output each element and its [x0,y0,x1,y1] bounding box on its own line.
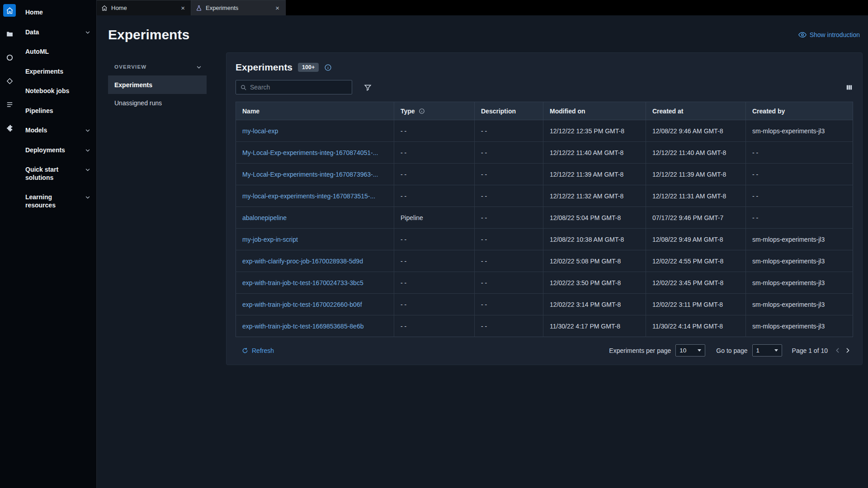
sidebar-item-quick-start-solutions[interactable]: Quick start solutions [24,160,92,188]
experiment-name-link[interactable]: my-local-exp-experiments-integ-167087351… [242,192,375,200]
page-title: Experiments [108,27,189,42]
tab-home[interactable]: Home × [97,0,191,15]
cell-modified-on: 12/12/22 12:35 PM GMT-8 [543,120,646,142]
sidebar-item-label: Data [25,28,39,37]
cell-name: my-local-exp [236,120,394,142]
cell-created-at: 11/30/22 4:14 PM GMT-8 [646,315,746,337]
git-rail-button[interactable] [3,75,16,87]
previous-page-button[interactable] [832,345,843,356]
experiment-name-link[interactable]: exp-with-train-job-tc-test-1669853685-8e… [242,323,363,330]
cell-created-by: - - [746,207,853,229]
puzzle-icon [6,124,14,132]
chevron-down-icon [85,194,91,201]
sidebar-item-label: Pipelines [25,107,53,115]
cell-created-at: 12/12/22 11:39 AM GMT-8 [646,164,746,185]
cell-created-by: sm-mlops-experiments-jl3 [746,294,853,315]
experiment-name-link[interactable]: my-job-exp-in-script [242,236,298,243]
git-icon [6,77,14,85]
table-footer: Refresh Experiments per page 10 Go to pa… [236,344,853,357]
sidebar-item-home[interactable]: Home [24,3,92,23]
sidebar-item-label: Learning resources [25,193,79,209]
file-browser-rail-button[interactable] [3,28,16,40]
cell-created-by: sm-mlops-experiments-jl3 [746,120,853,142]
tab-experiments[interactable]: Experiments × [191,0,286,15]
experiments-table: Name Type Description [236,102,853,337]
close-icon[interactable]: × [179,4,186,12]
subnav-item-unassigned-runs[interactable]: Unassigned runs [108,94,207,112]
cell-name: exp-with-clarify-proc-job-1670028938-5d9… [236,250,394,272]
cell-type: - - [394,120,475,142]
search-box [236,80,352,94]
subnav-item-experiments[interactable]: Experiments [108,76,207,94]
tab-label: Experiments [206,5,238,11]
cell-modified-on: 12/08/22 5:04 PM GMT-8 [543,207,646,229]
eye-icon [798,31,807,39]
column-settings-icon[interactable] [845,84,853,91]
experiment-name-link[interactable]: exp-with-clarify-proc-job-1670028938-5d9… [242,258,363,265]
show-introduction-button[interactable]: Show introduction [798,31,860,39]
table-of-contents-rail-button[interactable] [3,98,16,111]
icon-rail [0,0,19,488]
panel-title: Experiments [236,62,292,73]
subnav: OVERVIEW Experiments Unassigned runs [108,60,207,112]
cell-created-by: - - [746,185,853,207]
subnav-section-overview[interactable]: OVERVIEW [108,60,207,76]
sidebar-item-automl[interactable]: AutoML [24,42,92,62]
cell-type: - - [394,229,475,250]
refresh-label: Refresh [252,347,274,354]
refresh-button[interactable]: Refresh [242,347,274,354]
search-input[interactable] [250,84,348,91]
cell-created-by: sm-mlops-experiments-jl3 [746,250,853,272]
table-row: My-Local-Exp-experiments-integ-167087405… [236,142,853,164]
cell-created-at: 12/08/22 9:46 AM GMT-8 [646,120,746,142]
count-badge: 100+ [298,63,319,72]
column-header-name: Name [236,102,394,120]
cell-description: - - [475,315,543,337]
sidebar-item-experiments[interactable]: Experiments [24,62,92,82]
show-introduction-label: Show introduction [810,31,860,38]
tab-bar: Home × Experiments × [97,0,868,15]
go-to-page-label: Go to page [716,347,747,354]
sidebar-item-pipelines[interactable]: Pipelines [24,101,92,121]
experiments-table-body: my-local-exp- -- -12/12/22 12:35 PM GMT-… [236,120,853,337]
cell-name: exp-with-train-job-tc-test-1670022660-b0… [236,294,394,315]
next-page-button[interactable] [843,345,853,356]
caret-down-icon [774,349,778,352]
experiment-name-link[interactable]: My-Local-Exp-experiments-integ-167087405… [242,149,378,156]
cell-description: - - [475,164,543,185]
list-icon [6,101,14,108]
sidebar-item-label: Deployments [25,146,65,155]
running-terminals-rail-button[interactable] [3,51,16,64]
close-icon[interactable]: × [274,4,281,12]
cell-type: - - [394,185,475,207]
sidebar-item-models[interactable]: Models [24,121,92,141]
sidebar-item-data[interactable]: Data [24,23,92,42]
table-row: abalonepipelinePipeline- -12/08/22 5:04 … [236,207,853,229]
info-icon[interactable] [419,108,425,114]
experiment-name-link[interactable]: My-Local-Exp-experiments-integ-167087396… [242,171,378,178]
home-rail-button[interactable] [3,4,16,17]
cell-name: My-Local-Exp-experiments-integ-167087396… [236,164,394,185]
cell-type: Pipeline [394,207,475,229]
filter-icon[interactable] [364,84,372,91]
per-page-select[interactable]: 10 [675,344,705,357]
cell-type: - - [394,164,475,185]
experiment-name-link[interactable]: exp-with-train-job-tc-test-1670024733-3b… [242,279,363,286]
go-to-page-select[interactable]: 1 [752,344,782,357]
experiment-name-link[interactable]: abalonepipeline [242,214,287,221]
cell-created-at: 12/12/22 11:31 AM GMT-8 [646,185,746,207]
experiment-name-link[interactable]: my-local-exp [242,127,278,135]
cell-description: - - [475,250,543,272]
cell-created-by: sm-mlops-experiments-jl3 [746,229,853,250]
info-icon[interactable] [324,64,332,71]
cell-name: exp-with-train-job-tc-test-1670024733-3b… [236,272,394,294]
sidebar-item-notebook-jobs[interactable]: Notebook jobs [24,81,92,101]
column-header-created-at: Created at [646,102,746,120]
sidebar-item-label: Notebook jobs [25,87,69,95]
cell-created-at: 12/08/22 9:49 AM GMT-8 [646,229,746,250]
sidebar-item-learning-resources[interactable]: Learning resources [24,188,92,215]
extensions-rail-button[interactable] [3,122,16,134]
sidebar-item-deployments[interactable]: Deployments [24,141,92,160]
experiment-name-link[interactable]: exp-with-train-job-tc-test-1670022660-b0… [242,301,362,308]
cell-created-by: sm-mlops-experiments-jl3 [746,315,853,337]
